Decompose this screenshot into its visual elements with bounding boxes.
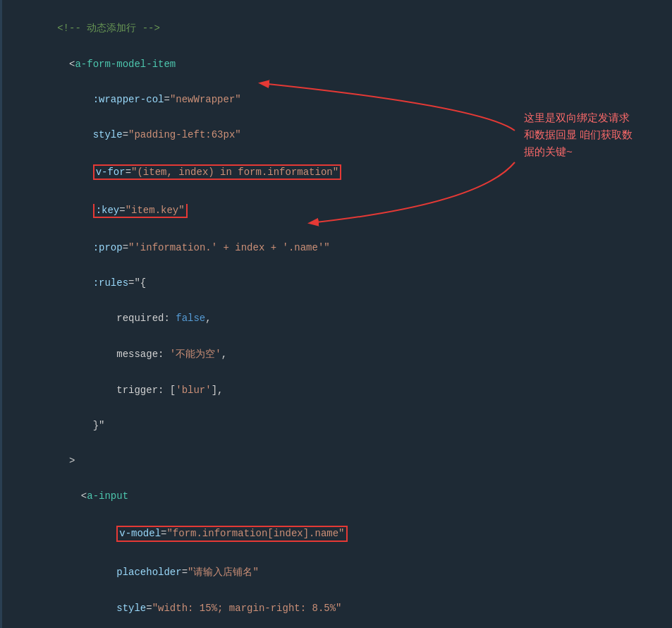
highlight-vfor: v-for="(item, index) in form.information… [93, 164, 341, 180]
line-message: message: '不能为空', [7, 336, 672, 373]
line-placeholder-name: placeholder="请输入店铺名" [7, 554, 672, 591]
highlight-vmodel-name: v-model="form.information[index].name" [116, 526, 347, 541]
annotation-text: 这里是双向绑定发请求和数据回显 咱们获取数据的关键~ [524, 109, 651, 160]
line-trigger: trigger: ['blur'], [7, 373, 672, 408]
line-vmodel-name: v-model="form.information[index].name" [7, 514, 672, 553]
line-prop: :prop="'information.' + index + '.name'" [7, 230, 672, 265]
code-comment: <!-- 动态添加行 --> [57, 23, 160, 34]
line-tag-open: <a-form-model-item [7, 47, 672, 82]
line-key: :key="item.key" [7, 192, 672, 230]
line-selfclose-1: /> [7, 626, 672, 628]
line-rules-close: }" [7, 408, 672, 443]
highlight-key: :key="item.key" [93, 204, 188, 218]
code-container: <!-- 动态添加行 --> <a-form-model-item :wrapp… [0, 0, 672, 628]
line-rules-open: :rules="{ [7, 265, 672, 301]
line-required: required: false, [7, 301, 672, 336]
line-comment: <!-- 动态添加行 --> [7, 10, 672, 47]
line-style-width-1: style="width: 15%; margin-right: 8.5%" [7, 591, 672, 626]
line-close-bracket: > [7, 443, 672, 478]
line-ainput-1-open: <a-input [7, 478, 672, 514]
